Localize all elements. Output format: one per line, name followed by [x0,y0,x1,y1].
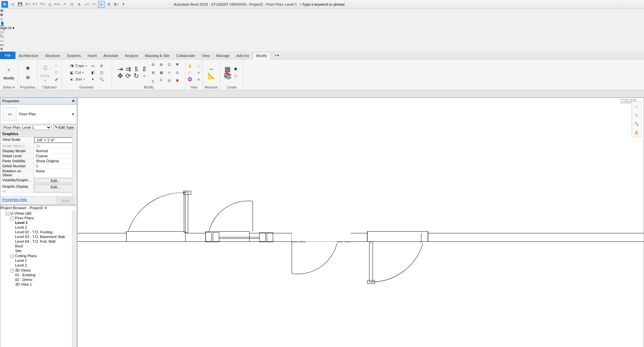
minimize-button[interactable]: — [0,39,644,43]
prop-row[interactable]: Detail LevelCoarse [0,154,77,159]
offset-icon[interactable]: ⇉ [125,66,132,72]
assembly-icon[interactable]: 📚 [224,73,231,79]
v3-icon[interactable]: ◆ [195,76,202,82]
array-icon[interactable]: ⊞ [158,61,165,68]
hide-icon[interactable]: 💡 [186,63,194,69]
tab-structure[interactable]: Structure [42,52,63,59]
pin-icon[interactable]: ⊞ [150,69,157,76]
tab-insert[interactable]: Insert [84,52,100,59]
mirror-draw-icon[interactable]: ⥯ [141,66,148,72]
trim-icon[interactable]: ⊹ [141,73,148,79]
void-icon[interactable]: ◫ [98,69,105,75]
properties-button[interactable]: ▦▤ [21,62,35,83]
tab-addins[interactable]: Add-Ins [233,52,253,59]
section-icon[interactable]: ⇨ [91,1,97,8]
trim-single-icon[interactable]: ╝ [158,77,165,84]
match-type-icon[interactable]: 🖌 [53,76,60,82]
undo-icon[interactable]: ↶ [32,1,38,8]
aligned-dim-icon[interactable]: ↔ [208,66,215,72]
tree-item[interactable]: 3D View 1 [15,282,76,287]
measure-btn-icon[interactable]: 📐 [208,73,215,79]
redo-icon[interactable]: ↷ [39,1,46,8]
split-gap-icon[interactable]: ⊟ [166,77,173,84]
tree-item[interactable]: Level 2 [15,225,76,230]
prop-row[interactable]: Display ModelNormal [0,149,77,154]
tree-item[interactable]: Level 1 [15,258,76,263]
join-button[interactable]: ⬖Join [68,76,88,82]
home-icon[interactable]: ⌂ [633,103,640,110]
modify-tool[interactable]: ↖Modify [2,64,15,81]
prop-row[interactable]: Visibility/Graphi...Edit... [0,178,77,184]
view-max-icon[interactable]: ▭ [626,99,631,103]
split-icon[interactable]: ⊟ [150,61,157,68]
instance-select[interactable]: Floor Plan: Level 1 [2,125,52,130]
rotate-icon[interactable]: ↻ [133,73,140,79]
scale-icon[interactable]: ⊡ [166,61,173,68]
signin-label[interactable]: Sign In [0,26,11,30]
tree-floorplans[interactable]: −Floor Plans Level 1Level 2Level 02 - T.… [10,216,76,253]
ribbon-options-icon[interactable]: ⚬▾ [271,52,282,59]
tab-modify[interactable]: Modify [253,52,271,59]
3d-icon[interactable]: ⌂ [83,1,90,8]
copy-icon[interactable]: ⟳ [125,73,132,79]
exchange-icon[interactable]: 🛒 [0,30,644,35]
measure-icon[interactable]: ⟷ [54,1,60,8]
tree-item[interactable]: Roof [15,244,76,248]
tree-ceilingplans[interactable]: −Ceiling Plans Level 1Level 2 [10,253,76,268]
restore-button[interactable]: ▭ [0,43,644,47]
nav-wheel-icon[interactable]: ◎ [633,112,640,118]
tree-views-root[interactable]: −⊡ Views (all) −Floor Plans Level 1Level… [6,211,76,287]
beam-join-icon[interactable]: ✦ [89,76,97,82]
thin-lines-icon[interactable]: ≡ [98,1,105,8]
close-views-icon[interactable]: ⊟ [105,1,112,8]
delete2-icon[interactable]: ✖ [174,77,181,84]
prop-row[interactable]: Parts VisibilityShow Original [0,159,77,164]
pan-icon[interactable]: ✋ [633,129,640,136]
prop-row[interactable]: Graphic Display ...Edit... [0,184,77,193]
split-face-icon[interactable]: ◧ [89,69,97,75]
tree-item[interactable]: 02 - Demo [15,277,76,282]
delete-icon[interactable]: ⊘ [174,69,181,76]
customize-icon[interactable]: ▾ [120,1,127,8]
type-selector[interactable]: ▭ Floor Plan▾ [0,105,77,124]
align-icon[interactable]: ⇥ [117,66,124,72]
cut-geom-button[interactable]: ⬕Cut [68,69,88,75]
properties-close-icon[interactable]: ✕ [72,99,75,103]
unpin-icon[interactable]: ✖ [174,61,181,68]
browser-close-icon[interactable]: ✕ [44,206,47,210]
tree-item[interactable]: Level 2 [15,263,76,268]
favorite-icon[interactable]: ☆ [0,17,644,21]
wall-open-icon[interactable]: ▭ [89,63,97,69]
tab-analyze[interactable]: Analyze [122,52,142,59]
demolish-icon[interactable]: ⊘ [98,63,105,69]
prop-row[interactable]: View Scale1/8" = 1'-0" [0,137,77,143]
view-min-icon[interactable]: — [621,99,626,103]
cope-button[interactable]: ⬔Cope [68,63,88,69]
print-icon[interactable]: ⎙ [46,1,53,8]
signin-dd[interactable]: ▾ [12,26,14,30]
tab-collaborate[interactable]: Collaborate [173,52,198,59]
prop-row[interactable]: Detail Number1 [0,164,77,169]
tree-item[interactable]: 01 - Existing [15,273,76,277]
drawing-canvas[interactable]: — ▭ ✕ ▴ ⌂ ◎ 🔍 ✋ [77,98,644,347]
type-dd-icon[interactable]: ▾ [72,112,74,116]
save-icon[interactable]: 💾 [17,1,23,8]
properties-help-link[interactable]: Properties help [2,197,27,204]
tab-architecture[interactable]: Architecture [15,52,42,59]
search-input[interactable]: Type a keyword or phrase [302,2,345,6]
tree-item[interactable]: Level 04 - T.O. Fnd. Wall [15,239,76,244]
apply-button[interactable]: Apply [56,197,75,204]
prop-row[interactable]: Scale Value 1:96 [0,143,77,149]
copy-clipboard-icon[interactable]: ⿻ [53,69,60,75]
open-icon[interactable]: ▭ [9,1,16,8]
mirror-axis-icon[interactable]: ⥮ [133,66,140,72]
cut-clipboard-icon[interactable]: ✂ [53,63,60,69]
tree-item[interactable]: Site [15,248,76,253]
help-icon[interactable]: ? [0,35,644,39]
ungroup-icon[interactable]: ≡ [166,69,173,76]
create-group-icon[interactable]: ▦ [224,66,231,72]
tree-item[interactable]: Level 02 - T.O. Footing [15,230,76,234]
move-icon[interactable]: ✥ [117,73,124,79]
dimension-icon[interactable]: ↗ [61,1,68,8]
close-button[interactable]: ✕ [0,47,644,51]
